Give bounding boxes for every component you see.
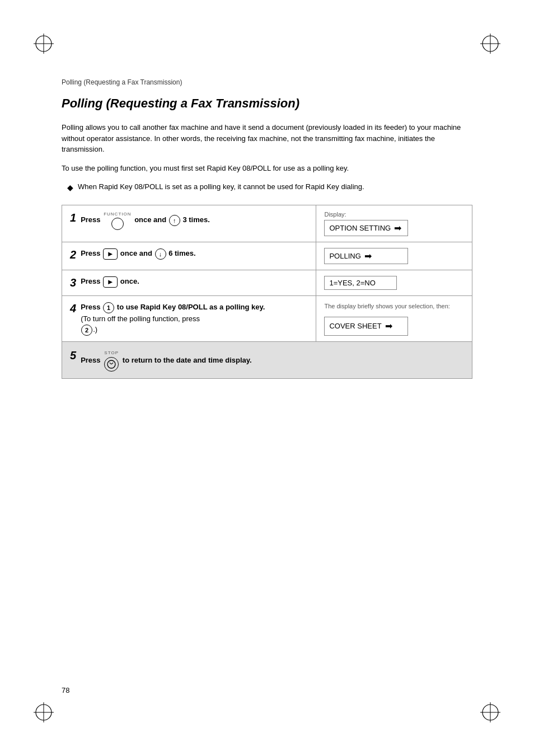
step-2-times: 6 times.: [168, 249, 195, 257]
reg-mark-bl: [34, 702, 54, 722]
bullet-text: When Rapid Key 08/POLL is set as a polli…: [78, 181, 364, 192]
step-2-display-text: POLLING: [329, 252, 360, 260]
step-1-once-and: once and: [134, 215, 168, 224]
step-3-display-box: 1=YES, 2=NO: [324, 276, 397, 290]
step-2-display-box: POLLING ➡: [324, 248, 408, 264]
step-5-content: Press STOP to return to the date and tim…: [81, 350, 252, 372]
step-4-number: 4: [70, 302, 76, 315]
page-title: Polling (Requesting a Fax Transmission): [62, 96, 472, 111]
step-3-row: 3 Press ► once. 1=YES, 2=NO: [62, 270, 472, 296]
step-4-display-box: COVER SHEET ➡: [324, 317, 408, 336]
step-4-display-label: The display briefly shows your selection…: [324, 302, 464, 311]
step-3-right: 1=YES, 2=NO: [316, 270, 472, 296]
up-arrow-key-icon: ↑: [169, 215, 180, 226]
step-5-number: 5: [70, 349, 76, 362]
stop-btn-icon: [104, 357, 119, 372]
step-3-once: once.: [120, 277, 139, 285]
step-3-press: Press: [81, 277, 100, 285]
function-key-icon: FUNCTION: [104, 211, 131, 230]
bullet-diamond-icon: ◆: [67, 182, 73, 194]
down-arrow-key-icon: ↓: [155, 248, 166, 260]
step-1-times: 3 times.: [182, 215, 209, 224]
step-2-right: POLLING ➡: [316, 242, 472, 270]
step-1-display-text: OPTION SETTING: [329, 224, 391, 232]
stop-key-wrap: STOP: [104, 350, 119, 372]
step-4-display-text: COVER SHEET: [329, 321, 381, 332]
key-1-icon: 1: [103, 302, 114, 313]
step-4-use-rapid: to use Rapid Key 08/POLL as a polling ke…: [117, 303, 265, 311]
step-2-press: Press: [81, 249, 100, 257]
step-1-content: Press FUNCTION once and ↑ 3 times.: [81, 211, 308, 230]
breadcrumb: Polling (Requesting a Fax Transmission): [62, 78, 472, 86]
step-4-left: 4 Press 1 to use Rapid Key 08/POLL as a …: [62, 296, 316, 342]
reg-mark-br: [480, 702, 500, 722]
step-1-left: 1 Press FUNCTION once and ↑ 3 times.: [62, 205, 316, 242]
page-content: Polling (Requesting a Fax Transmission) …: [62, 78, 472, 390]
step-3-content: Press ► once.: [81, 276, 308, 288]
polling-note: To use the polling function, you must fi…: [62, 163, 472, 174]
step-2-number: 2: [70, 248, 76, 261]
step-1-display-label: Display:: [324, 211, 464, 218]
step-4-display-arrow: ➡: [385, 320, 392, 333]
stop-label: STOP: [104, 350, 119, 356]
step-1-row: 1 Press FUNCTION once and ↑ 3 times. Dis…: [62, 205, 472, 242]
step-1-number: 1: [70, 211, 76, 224]
step-1-right: Display: OPTION SETTING ➡: [316, 205, 472, 242]
step-4-press: Press: [81, 303, 100, 311]
step-4-turn-off: (To turn off the polling function, press: [81, 314, 200, 323]
steps-table: 1 Press FUNCTION once and ↑ 3 times. Dis…: [62, 205, 472, 379]
reg-mark-tl: [34, 34, 54, 54]
step-2-once-and: once and: [120, 249, 154, 257]
bullet-item: ◆ When Rapid Key 08/POLL is set as a pol…: [62, 181, 472, 194]
step-1-display-arrow: ➡: [394, 223, 401, 233]
step-2-content: Press ► once and ↓ 6 times.: [81, 248, 308, 260]
step-4-paren-close: .): [93, 325, 97, 334]
step-2-row: 2 Press ► once and ↓ 6 times. POLLING ➡: [62, 242, 472, 270]
key-2-icon: 2: [81, 325, 92, 336]
step-3-display-text: 1=YES, 2=NO: [329, 279, 375, 287]
step-5-press: Press: [81, 356, 100, 364]
page-number: 78: [62, 686, 69, 694]
step-1-press: Press: [81, 215, 100, 224]
reg-mark-tr: [480, 34, 500, 54]
step-5-row: 5 Press STOP to return to the date and t…: [62, 341, 472, 378]
step-3-number: 3: [70, 276, 76, 289]
step-2-display-arrow: ➡: [364, 251, 372, 261]
step-4-right: The display briefly shows your selection…: [316, 296, 472, 342]
step-4-row: 4 Press 1 to use Rapid Key 08/POLL as a …: [62, 296, 472, 342]
step-5-to-return: to return to the date and time display.: [123, 356, 252, 364]
right-arrow-btn-3: ►: [103, 276, 118, 288]
step-1-display-box: OPTION SETTING ➡: [324, 220, 408, 236]
right-arrow-btn-2: ►: [103, 248, 118, 260]
step-3-left: 3 Press ► once.: [62, 270, 316, 296]
step-5-cell: 5 Press STOP to return to the date and t…: [62, 341, 472, 378]
step-4-content: Press 1 to use Rapid Key 08/POLL as a po…: [81, 302, 308, 336]
step-2-left: 2 Press ► once and ↓ 6 times.: [62, 242, 316, 270]
intro-text: Polling allows you to call another fax m…: [62, 122, 472, 155]
